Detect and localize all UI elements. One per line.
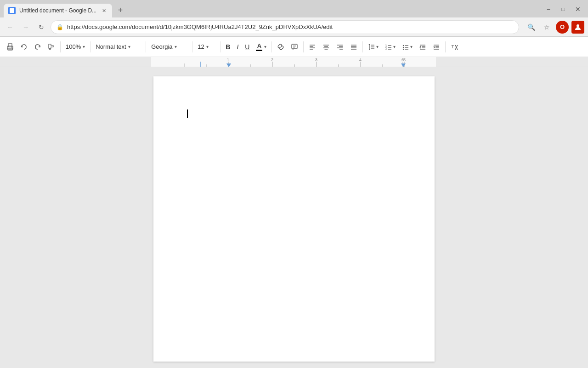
address-bar: ← → ↻ 🔒 https://docs.google.com/document… [0, 17, 588, 37]
font-dropdown[interactable]: Georgia ▾ [148, 40, 190, 54]
font-size-chevron: ▾ [206, 44, 209, 49]
separator-4 [192, 41, 192, 52]
back-button[interactable]: ← [4, 21, 17, 34]
line-spacing-button[interactable]: ▾ [365, 40, 381, 54]
increase-indent-button[interactable] [430, 40, 443, 54]
profile-icon[interactable] [571, 21, 584, 34]
close-button[interactable]: ✕ [571, 3, 584, 16]
paint-format-icon [48, 43, 55, 51]
line-spacing-chevron: ▾ [376, 44, 379, 49]
ordered-list-button[interactable]: 1.2.3. ▾ [382, 40, 398, 54]
comment-button[interactable] [288, 40, 301, 54]
zoom-value: 100% [66, 43, 81, 50]
new-tab-button[interactable]: + [114, 4, 127, 17]
italic-label: I [237, 43, 238, 51]
decrease-indent-button[interactable] [416, 40, 429, 54]
svg-rect-53 [151, 57, 436, 67]
font-size-dropdown[interactable]: 12 ▾ [195, 40, 218, 54]
svg-rect-6 [292, 44, 297, 49]
print-icon [6, 43, 14, 51]
unordered-list-chevron: ▾ [410, 44, 413, 49]
bookmark-icon-button[interactable]: ☆ [540, 21, 553, 34]
address-bar-input[interactable]: 🔒 https://docs.google.com/document/d/10j… [51, 20, 519, 34]
lock-icon: 🔒 [57, 24, 63, 30]
separator-7 [303, 41, 304, 52]
comment-icon [291, 43, 298, 51]
svg-text:4: 4 [359, 58, 362, 62]
text-style-chevron: ▾ [128, 44, 130, 49]
bold-label: B [226, 43, 230, 51]
maximize-button[interactable]: □ [557, 3, 570, 16]
minimize-button[interactable]: – [542, 3, 555, 16]
svg-point-4 [11, 47, 12, 48]
font-value: Georgia [151, 43, 172, 50]
undo-button[interactable] [17, 40, 30, 54]
window-controls: – □ ✕ [542, 3, 588, 17]
tab-title: Untitled document - Google D... [19, 7, 96, 14]
clear-formatting-icon: T [451, 43, 458, 51]
align-center-icon [322, 43, 330, 51]
svg-text:3: 3 [315, 58, 317, 62]
forward-button[interactable]: → [19, 21, 32, 34]
separator-1 [60, 41, 61, 52]
tab-close-button[interactable]: ✕ [100, 7, 107, 14]
justify-button[interactable] [347, 40, 360, 54]
separator-3 [146, 41, 146, 52]
active-tab[interactable]: Untitled document - Google D... ✕ [4, 4, 112, 17]
svg-rect-5 [50, 48, 51, 50]
separator-9 [445, 41, 446, 52]
italic-button[interactable]: I [234, 40, 241, 54]
url-text: https://docs.google.com/document/d/10jzk… [67, 23, 513, 30]
redo-icon [34, 43, 41, 51]
font-color-icon: A [256, 42, 262, 51]
svg-point-34 [403, 45, 404, 46]
separator-6 [271, 41, 272, 52]
align-left-icon [309, 43, 316, 51]
text-style-dropdown[interactable]: Normal text ▾ [93, 40, 143, 54]
svg-point-35 [403, 46, 404, 47]
align-center-button[interactable] [320, 40, 333, 54]
line-spacing-icon [368, 43, 375, 51]
svg-text:6: 6 [401, 58, 404, 62]
text-style-value: Normal text [96, 43, 126, 50]
font-color-letter: A [257, 42, 261, 49]
tab-favicon [8, 7, 16, 14]
opera-icon[interactable]: O [556, 21, 569, 34]
tab-bar: Untitled document - Google D... ✕ + – □ … [0, 0, 588, 17]
svg-text:2: 2 [271, 58, 273, 62]
ordered-list-chevron: ▾ [393, 44, 396, 49]
align-right-button[interactable] [334, 40, 346, 54]
redo-button[interactable] [31, 40, 44, 54]
docs-toolbar: 100% ▾ Normal text ▾ Georgia ▾ 12 ▾ B I [0, 37, 588, 57]
search-icon-button[interactable]: 🔍 [525, 21, 537, 34]
browser-frame: Untitled document - Google D... ✕ + – □ … [0, 0, 588, 368]
align-right-icon [336, 43, 344, 51]
print-button[interactable] [4, 40, 17, 54]
unordered-list-icon [402, 43, 409, 51]
font-chevron: ▾ [175, 44, 177, 49]
document-page[interactable] [153, 76, 435, 362]
justify-icon [350, 43, 357, 51]
unordered-list-button[interactable]: ▾ [399, 40, 415, 54]
svg-rect-2 [8, 44, 12, 47]
separator-5 [220, 41, 220, 52]
separator-8 [362, 41, 363, 52]
font-color-chevron: ▾ [264, 44, 266, 49]
document-area[interactable] [0, 67, 588, 368]
text-cursor [187, 109, 188, 118]
svg-rect-51 [0, 57, 151, 67]
clear-formatting-button[interactable]: T [448, 40, 461, 54]
link-icon [277, 43, 284, 51]
separator-2 [90, 41, 90, 52]
zoom-dropdown[interactable]: 100% ▾ [63, 40, 88, 54]
link-button[interactable] [274, 40, 287, 54]
undo-icon [20, 43, 28, 51]
paint-format-button[interactable] [45, 40, 58, 54]
underline-button[interactable]: U [242, 40, 252, 54]
bold-button[interactable]: B [223, 40, 233, 54]
align-left-button[interactable] [306, 40, 319, 54]
font-size-value: 12 [198, 43, 204, 50]
reload-button[interactable]: ↻ [35, 21, 48, 34]
svg-point-36 [403, 48, 404, 49]
font-color-button[interactable]: A ▾ [253, 40, 269, 54]
